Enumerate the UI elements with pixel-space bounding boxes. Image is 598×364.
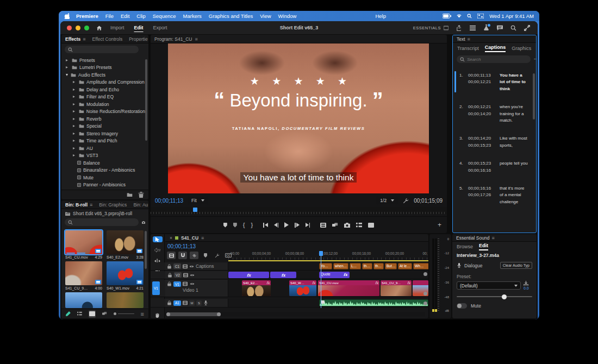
source-patch-v1[interactable]: V1: [152, 281, 160, 295]
video-clip[interactable]: S40_E2…fx: [242, 280, 271, 296]
chevron-right-icon[interactable]: [73, 110, 76, 112]
captions-scrollbar[interactable]: [533, 73, 535, 120]
caption-text[interactable]: that it's more of a mental challenge: [500, 185, 528, 205]
lock-icon[interactable]: [167, 300, 172, 305]
bin-clip-partial[interactable]: [65, 292, 102, 308]
menu-graphics-titles[interactable]: Graphics and Titles: [209, 13, 253, 19]
mute-toggle[interactable]: [457, 303, 467, 309]
eye-icon[interactable]: [190, 281, 195, 286]
step-forward-button[interactable]: [295, 223, 300, 228]
caption-clip[interactable]: when…: [333, 263, 348, 269]
chevron-right-icon[interactable]: [73, 140, 76, 142]
panel-menu-icon[interactable]: ≡: [141, 311, 144, 317]
chevron-right-icon[interactable]: [73, 133, 76, 135]
mode-edit[interactable]: Edit: [134, 25, 144, 30]
insert-button[interactable]: [356, 222, 362, 228]
effect-item[interactable]: Binauralizer - Ambisonics: [61, 167, 145, 174]
graphic-clip[interactable]: fx: [228, 272, 269, 278]
tab-transcript[interactable]: Transcript: [457, 46, 479, 51]
tree-item[interactable]: AU: [61, 145, 145, 152]
track-output-icon[interactable]: [183, 273, 188, 278]
add-marker-icon[interactable]: [201, 252, 210, 259]
quick-export-stack-icon[interactable]: [470, 25, 476, 31]
caption-clip[interactable]: L…: [350, 263, 361, 269]
menu-edit[interactable]: Edit: [121, 13, 129, 19]
bin-clip-S40_E2[interactable]: [107, 230, 144, 254]
timeline-settings-wrench-icon[interactable]: [213, 252, 221, 259]
tree-item[interactable]: Lumetri Presets: [61, 64, 145, 72]
tree-item[interactable]: Filter and EQ: [61, 93, 145, 101]
menu-help[interactable]: Help: [375, 13, 386, 19]
caption-text[interactable]: Like with most sports,: [500, 135, 528, 149]
close-window-button[interactable]: [67, 26, 72, 30]
tab-effect-controls[interactable]: Effect Controls: [92, 36, 123, 42]
more-options-icon[interactable]: ···: [534, 57, 537, 62]
timeline-timecode[interactable]: 00;00;11;13: [167, 243, 196, 249]
bin-clip-S41_CU_9[interactable]: [65, 261, 102, 285]
tree-item[interactable]: Noise Reduction/Restoration: [61, 108, 145, 116]
effects-scrollbar[interactable]: [145, 59, 147, 141]
caption-clip[interactable]: Wh…: [413, 263, 428, 269]
video-clip[interactable]: S41_CU.movfx: [318, 280, 379, 296]
bin-clip-partial[interactable]: [107, 292, 144, 308]
beta-feedback-button[interactable]: [483, 24, 489, 32]
tree-item[interactable]: Modulation: [61, 101, 145, 108]
resolution-dropdown[interactable]: 1/2: [376, 197, 398, 204]
icon-view-button[interactable]: [89, 310, 96, 318]
menu-file[interactable]: File: [105, 13, 114, 19]
tab-properties[interactable]: Propertie: [129, 36, 148, 42]
intensity-slider[interactable]: [457, 296, 532, 297]
track-badge-v1[interactable]: V1: [173, 281, 181, 287]
tab-bin-audio[interactable]: Bin: Au: [133, 202, 148, 208]
caption-row[interactable]: 5. 00;00;16;1600;00;17;26 that it's more…: [453, 182, 533, 209]
settings-wrench-icon[interactable]: [403, 198, 409, 204]
go-to-in-button[interactable]: [263, 223, 268, 228]
button-editor-plus[interactable]: +: [438, 221, 441, 229]
tree-item[interactable]: Presets: [61, 57, 145, 64]
hand-tool[interactable]: [153, 312, 163, 318]
thumbnail-zoom-slider[interactable]: [114, 312, 134, 315]
step-back-button[interactable]: [274, 223, 279, 228]
timeline-hscrollbar[interactable]: [165, 312, 425, 317]
audio-clip[interactable]: [319, 299, 428, 306]
chevron-right-icon[interactable]: [73, 147, 76, 149]
play-button[interactable]: [284, 222, 289, 228]
track-resize-knob[interactable]: [423, 292, 427, 296]
tree-item[interactable]: Amplitude and Compression: [61, 79, 145, 86]
timeline-ruler[interactable]: 00;00 00;00;04;00 00;00;08;00 00;00;12;0…: [228, 250, 428, 260]
menubar-clock[interactable]: Wed 1 Apr 9:41 AM: [489, 13, 534, 19]
chevron-down-icon[interactable]: [66, 74, 68, 77]
chevron-right-icon[interactable]: [73, 103, 76, 105]
mode-export[interactable]: Export: [153, 25, 167, 30]
caption-text[interactable]: You have a lot of time to think: [500, 72, 528, 92]
mark-in-button[interactable]: {: [243, 222, 245, 228]
add-marker-button[interactable]: [223, 223, 227, 228]
chevron-right-icon[interactable]: [73, 89, 76, 91]
menu-clip[interactable]: Clip: [136, 13, 145, 19]
track-a1-content[interactable]: [228, 299, 428, 307]
extract-button[interactable]: [332, 222, 338, 228]
caption-row[interactable]: 2. 00;00;12;2100;00;14;20 when you're tr…: [453, 101, 533, 127]
bin-search-input[interactable]: [75, 220, 135, 225]
menu-view[interactable]: View: [260, 13, 271, 19]
chevron-right-icon[interactable]: [73, 154, 76, 156]
track-v1-content[interactable]: S40_E2…fx S40_W…fx S41_CU.movfx S41_CU_9…: [228, 280, 428, 297]
tree-item[interactable]: Time and Pitch: [61, 137, 145, 145]
track-resize-knob[interactable]: [423, 272, 427, 276]
caption-text[interactable]: people tell you: [500, 160, 528, 174]
workspace-switcher[interactable]: ESSENTIALS: [413, 26, 448, 30]
playhead-caret[interactable]: [193, 208, 197, 212]
graphic-clip[interactable]: fx: [270, 272, 296, 278]
track-select-forward-tool[interactable]: [153, 247, 163, 253]
lock-icon[interactable]: [167, 273, 172, 278]
track-resize-knob[interactable]: [423, 302, 427, 305]
tree-item[interactable]: Reverb: [61, 115, 145, 123]
mark-out-button[interactable]: }: [251, 222, 253, 228]
chevron-right-icon[interactable]: [73, 118, 76, 120]
pen-icon[interactable]: [66, 311, 71, 317]
caption-row[interactable]: 4. 00;00;15;2300;00;16;16 people tell yo…: [453, 157, 533, 177]
track-output-icon[interactable]: [183, 300, 188, 305]
panel-menu-icon[interactable]: ≡: [90, 202, 92, 208]
bin-clip-S41_CU[interactable]: [65, 230, 102, 254]
lock-icon[interactable]: [167, 264, 172, 269]
